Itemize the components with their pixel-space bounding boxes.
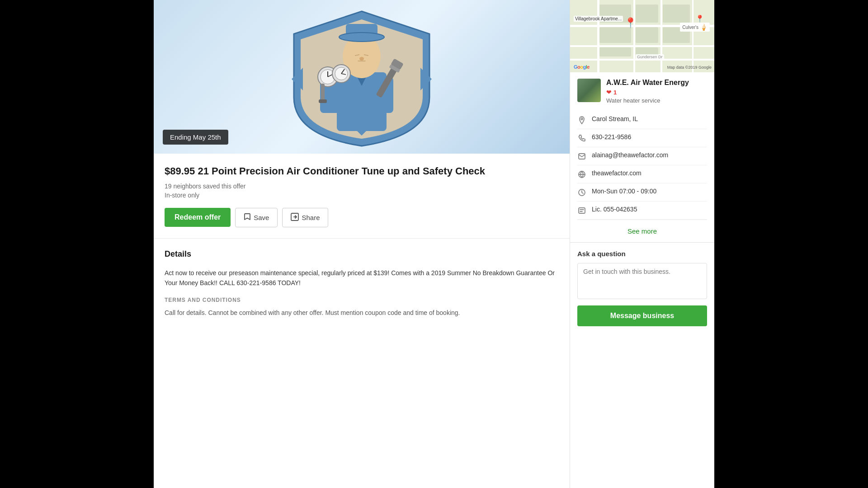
ending-badge: Ending May 25th xyxy=(163,130,228,145)
svg-point-29 xyxy=(581,118,583,120)
map-label-apartments: Villagebrook Apartme... xyxy=(574,16,623,22)
license-icon xyxy=(577,206,586,215)
redeem-button[interactable]: Redeem offer xyxy=(165,208,231,227)
map-background: Villagebrook Apartme... Gundersen Dr 📍 📍… xyxy=(570,0,714,72)
business-name: A.W.E. Air Water Energy xyxy=(606,79,689,87)
details-body: Act now to receive our preseason mainten… xyxy=(165,268,559,288)
business-info: A.W.E. Air Water Energy ❤ 1 Water heater… xyxy=(606,79,689,104)
page-wrapper: Ending May 25th $89.95 21 Point Precisio… xyxy=(154,0,714,488)
store-type: In-store only xyxy=(165,192,559,199)
business-phone: 630-221-9586 xyxy=(592,133,631,141)
business-header: A.W.E. Air Water Energy ❤ 1 Water heater… xyxy=(577,79,707,104)
phone-icon xyxy=(577,134,586,143)
email-icon xyxy=(577,152,586,161)
culvers-label: Culver's 🍦 xyxy=(680,23,710,32)
business-hours: Mon-Sun 07:00 - 09:00 xyxy=(592,188,656,195)
main-column: Ending May 25th $89.95 21 Point Precisio… xyxy=(154,0,570,488)
business-email-row: alainag@theawefactor.com xyxy=(577,147,707,165)
svg-rect-7 xyxy=(346,24,377,39)
business-location: Carol Stream, IL xyxy=(592,115,638,122)
see-more-link[interactable]: See more xyxy=(577,220,707,242)
details-title: Details xyxy=(165,249,559,259)
share-icon xyxy=(291,213,299,222)
save-button[interactable]: Save xyxy=(235,208,278,227)
details-section: Details Act now to receive our preseason… xyxy=(154,239,570,329)
website-icon xyxy=(577,170,586,179)
action-buttons: Redeem offer Save xyxy=(165,208,559,238)
business-license: Lic. 055-042635 xyxy=(592,206,637,213)
share-label: Share xyxy=(302,214,320,221)
ask-section: Ask a question Message business xyxy=(570,242,714,333)
svg-rect-22 xyxy=(321,84,325,102)
map-road-label: Gundersen Dr xyxy=(636,54,664,60)
svg-rect-23 xyxy=(319,99,327,103)
business-location-row: Carol Stream, IL xyxy=(577,111,707,129)
map-container: Villagebrook Apartme... Gundersen Dr 📍 📍… xyxy=(570,0,714,72)
business-license-row: Lic. 055-042635 xyxy=(577,202,707,220)
terms-body: Call for details. Cannot be combined wit… xyxy=(165,308,559,318)
svg-point-12 xyxy=(359,57,364,61)
share-button[interactable]: Share xyxy=(282,208,328,227)
sidebar: Villagebrook Apartme... Gundersen Dr 📍 📍… xyxy=(570,0,714,488)
business-hours-row: Mon-Sun 07:00 - 09:00 xyxy=(577,183,707,202)
business-category: Water heater service xyxy=(606,97,689,104)
business-heart-row: ❤ 1 xyxy=(606,89,689,96)
business-website: theawefactor.com xyxy=(592,169,642,177)
business-email: alainag@theawefactor.com xyxy=(592,151,668,159)
business-phone-row: 630-221-9586 xyxy=(577,129,707,147)
map-culvers-pin: 📍 xyxy=(695,14,704,23)
ask-textarea[interactable] xyxy=(577,263,707,299)
clock-icon xyxy=(577,188,586,197)
svg-rect-33 xyxy=(579,208,585,213)
save-label: Save xyxy=(254,214,269,221)
ask-title: Ask a question xyxy=(577,250,707,258)
message-business-button[interactable]: Message business xyxy=(577,305,707,326)
map-copyright: Map data ©2019 Google xyxy=(667,65,712,70)
heart-icon: ❤ xyxy=(606,89,612,96)
bookmark-icon xyxy=(244,213,251,222)
hero-area: Ending May 25th xyxy=(154,0,570,154)
business-card: A.W.E. Air Water Energy ❤ 1 Water heater… xyxy=(570,72,714,242)
location-icon xyxy=(577,116,586,125)
neighbors-saved: 19 neighbors saved this offer xyxy=(165,183,559,190)
business-website-row: theawefactor.com xyxy=(577,165,707,183)
heart-count: 1 xyxy=(613,89,617,96)
terms-title: TERMS AND CONDITIONS xyxy=(165,297,559,303)
google-logo: Google xyxy=(574,64,590,70)
business-image xyxy=(577,79,601,102)
offer-title: $89.95 21 Point Precision Air Conditione… xyxy=(165,164,559,178)
hero-illustration xyxy=(285,7,439,147)
map-location-pin: 📍 xyxy=(624,17,637,29)
offer-info: $89.95 21 Point Precision Air Conditione… xyxy=(154,154,570,239)
